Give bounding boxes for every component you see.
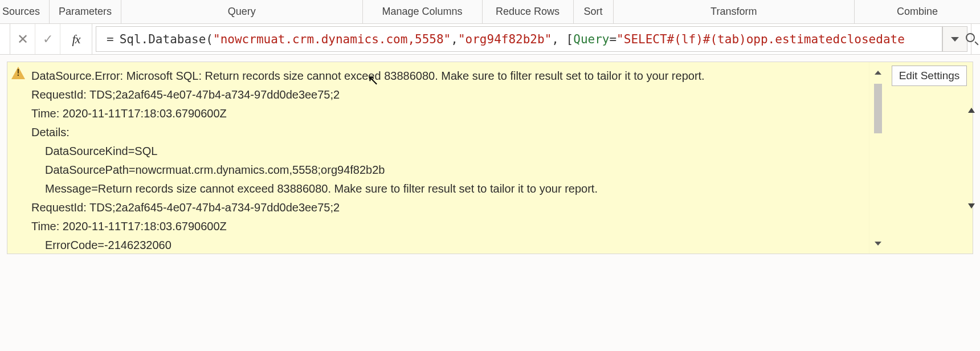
- error-line: RequestId: TDS;2a2af645-4e07-47b4-a734-9…: [31, 85, 864, 104]
- pane-resize-grips[interactable]: [968, 62, 976, 254]
- ribbon-transform[interactable]: Transform: [614, 0, 855, 23]
- ribbon-combine[interactable]: Combine: [855, 0, 980, 23]
- ribbon-query[interactable]: Query: [121, 0, 362, 23]
- formula-input[interactable]: = Sql.Database( "nowcrmuat.crm.dynamics.…: [96, 26, 942, 52]
- error-message[interactable]: DataSource.Error: Microsoft SQL: Return …: [29, 62, 869, 254]
- chevron-down-icon: [951, 37, 959, 42]
- expand-formula-button[interactable]: [942, 26, 967, 52]
- formula-bar: ✕ ✓ fx = Sql.Database( "nowcrmuat.crm.dy…: [0, 24, 980, 55]
- triangle-down-icon: [968, 203, 975, 209]
- ribbon-toolbar: Sources Parameters Query Manage Columns …: [0, 0, 980, 24]
- edit-settings-button[interactable]: Edit Settings: [892, 66, 967, 86]
- error-scrollbar[interactable]: [869, 62, 886, 254]
- ribbon-sources[interactable]: Sources: [0, 0, 50, 23]
- warning-icon: !: [11, 67, 25, 79]
- error-line: Details:: [31, 123, 864, 142]
- ribbon-parameters[interactable]: Parameters: [50, 0, 121, 23]
- ribbon-manage-columns[interactable]: Manage Columns: [363, 0, 483, 23]
- error-pane: ! DataSource.Error: Microsoft SQL: Retur…: [7, 62, 973, 254]
- error-line: DataSourceKind=SQL: [31, 142, 864, 161]
- error-line: DataSource.Error: Microsoft SQL: Return …: [31, 67, 864, 85]
- ribbon-sort[interactable]: Sort: [574, 0, 614, 23]
- scroll-thumb[interactable]: [874, 84, 882, 133]
- fx-label: fx: [60, 24, 92, 54]
- search-icon[interactable]: [966, 33, 978, 46]
- error-line: DataSourcePath=nowcrmuat.crm.dynamics.co…: [31, 161, 864, 179]
- cancel-icon[interactable]: ✕: [10, 24, 35, 54]
- error-line: RequestId: TDS;2a2af645-4e07-47b4-a734-9…: [31, 198, 864, 217]
- ribbon-reduce-rows[interactable]: Reduce Rows: [483, 0, 574, 23]
- error-line: Time: 2020-11-11T17:18:03.6790600Z: [31, 104, 864, 123]
- scroll-down-icon[interactable]: [869, 233, 886, 254]
- scroll-up-icon[interactable]: [869, 62, 886, 83]
- error-line: ErrorCode=-2146232060: [31, 236, 864, 254]
- error-line: Time: 2020-11-11T17:18:03.6790600Z: [31, 217, 864, 236]
- error-line: Message=Return records size cannot excee…: [31, 179, 864, 198]
- triangle-up-icon: [968, 108, 975, 113]
- accept-icon[interactable]: ✓: [35, 24, 60, 54]
